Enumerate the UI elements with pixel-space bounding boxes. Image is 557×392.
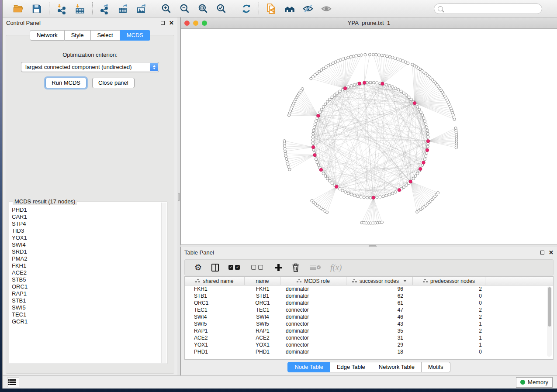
network-node[interactable] [283,145,286,148]
vertical-splitter[interactable] [177,17,180,375]
network-node[interactable] [376,82,378,84]
network-node[interactable] [405,184,408,186]
memory-button[interactable]: Memory [516,377,553,388]
network-node[interactable] [391,56,394,59]
table-row[interactable]: PHD1PHD1dominator180 [185,348,553,355]
table-cell[interactable]: ACE2 [245,334,280,341]
network-node[interactable] [375,53,377,56]
network-node[interactable] [286,160,288,163]
export-table-icon[interactable] [116,2,130,15]
network-node[interactable] [322,172,325,175]
table-cell[interactable]: ORC1 [185,299,245,306]
network-node[interactable] [391,86,394,88]
export-network-icon[interactable] [98,2,112,15]
network-node[interactable] [426,126,428,129]
table-row[interactable]: ORC1ORC1dominator610 [185,299,553,306]
column-settings-gear-icon[interactable]: ⚙ [194,262,202,273]
table-cell[interactable]: 2 [413,327,485,334]
copy-network-icon[interactable] [264,2,278,15]
network-node[interactable] [314,123,316,125]
network-node[interactable] [344,191,347,193]
dominator-node[interactable] [413,101,416,105]
network-node[interactable] [385,83,387,86]
network-node[interactable] [311,139,314,141]
dominator-node[interactable] [398,189,401,192]
network-node[interactable] [287,114,290,117]
network-node[interactable] [376,196,378,199]
table-cell[interactable]: SWI4 [245,313,280,320]
column-header-name[interactable]: name [245,277,280,285]
network-node[interactable] [404,61,407,63]
table-cell[interactable]: STB1 [245,292,280,299]
network-node[interactable] [287,163,289,165]
network-graph[interactable] [181,29,557,244]
table-cell[interactable]: 2 [413,313,485,320]
dominator-node[interactable] [313,153,317,157]
table-cell[interactable]: 61 [346,299,413,306]
network-node[interactable] [411,63,414,66]
network-node[interactable] [329,179,331,182]
table-cell[interactable]: connector [280,334,346,341]
deselect-all-rows-icon[interactable] [251,262,265,273]
network-node[interactable] [342,58,344,60]
table-cell[interactable]: 0 [413,348,485,355]
dominator-node[interactable] [319,168,323,172]
network-node[interactable] [424,158,426,161]
network-node[interactable] [386,55,388,58]
splitter-handle[interactable] [178,193,180,201]
tab-network[interactable]: Network [30,30,65,41]
network-node[interactable] [322,106,325,108]
table-cell[interactable]: 0 [413,292,485,299]
network-node[interactable] [285,158,288,160]
table-cell[interactable]: 43 [346,320,413,327]
network-node[interactable] [326,100,329,103]
network-node[interactable] [382,195,384,198]
network-node[interactable] [353,194,356,197]
column-header-predecessor-nodes[interactable]: predecessor nodes [413,277,485,285]
zoom-fit-icon[interactable] [196,2,210,15]
network-node[interactable] [436,192,439,194]
table-cell[interactable]: 96 [346,285,413,292]
column-header-MCDS-role[interactable]: MCDS role [280,277,346,285]
network-node[interactable] [422,117,425,119]
table-cell[interactable]: dominator [280,348,346,355]
table-cell[interactable]: PHD1 [185,348,245,355]
network-node[interactable] [339,90,341,93]
network-node[interactable] [347,56,349,59]
network-node[interactable] [388,55,391,58]
network-node[interactable] [425,123,427,125]
tab-node-table[interactable]: Node Table [287,362,330,372]
table-cell[interactable]: 62 [346,292,413,299]
network-node[interactable] [311,142,314,144]
table-cell[interactable]: connector [280,341,346,348]
zoom-selected-icon[interactable] [214,2,228,15]
network-node[interactable] [363,196,365,199]
table-cell[interactable]: 18 [346,348,413,355]
network-node[interactable] [414,175,417,177]
table-scrollbar[interactable] [547,286,552,357]
table-cell[interactable]: dominator [280,327,346,334]
network-node[interactable] [401,60,404,62]
task-history-button[interactable] [7,378,19,387]
network-node[interactable] [315,120,317,122]
dominator-node[interactable] [372,196,375,199]
show-eye-icon[interactable] [319,2,333,15]
network-node[interactable] [315,158,317,161]
tab-mcds[interactable]: MCDS [120,30,150,41]
network-node[interactable] [397,58,399,60]
close-panel-button-mcds[interactable]: Close panel [92,78,135,88]
dominator-node[interactable] [363,81,366,85]
table-cell[interactable]: dominator [280,292,346,299]
tab-network-table[interactable]: Network Table [372,362,422,372]
table-row[interactable]: SWI4SWI4dominator462 [185,313,553,320]
network-node[interactable] [419,111,422,113]
network-node[interactable] [350,84,353,87]
network-node[interactable] [400,90,402,93]
table-cell[interactable]: TEC1 [245,306,280,313]
network-node[interactable] [366,81,369,84]
close-table-panel-button[interactable]: ✕ [549,249,554,256]
network-node[interactable] [310,77,312,80]
table-cell[interactable]: dominator [280,299,346,306]
network-node[interactable] [381,221,383,224]
network-node[interactable] [347,192,349,195]
